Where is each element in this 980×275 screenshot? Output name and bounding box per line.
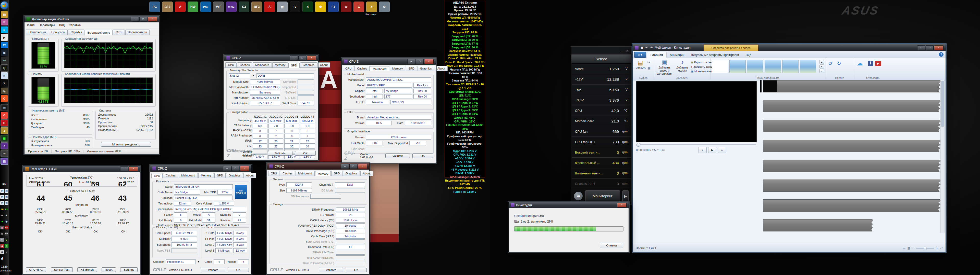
close-button[interactable]: ×	[424, 59, 434, 64]
tray-utorrent-icon[interactable]: µ	[5, 238, 8, 242]
reset-button[interactable]: Reset	[102, 267, 116, 272]
undo-icon[interactable]: ↶	[646, 46, 648, 49]
tray-gpu-temp[interactable]: 46	[0, 207, 4, 211]
tab-caches[interactable]: Caches	[355, 66, 369, 71]
maximize-button[interactable]: □	[416, 59, 424, 64]
taskbar-media-player[interactable]: ▶	[1, 34, 8, 41]
play-button[interactable]: ▶	[708, 147, 716, 153]
cut-icon[interactable]: ✂	[648, 60, 650, 64]
minimize-button[interactable]: –	[131, 17, 139, 22]
processor-select[interactable]: Processor #1	[166, 259, 196, 264]
tab-animations[interactable]: Анимации	[667, 52, 688, 58]
video-tools-contextual-tab[interactable]: Средства для работы с видео	[703, 44, 758, 51]
skydrive-cloud-icon[interactable]: ☁	[857, 60, 863, 67]
zoom-out-button[interactable]: −	[912, 246, 915, 250]
desktop-icon-star-game[interactable]: ★	[341, 2, 352, 12]
validate-button[interactable]: Validate	[201, 268, 225, 272]
close-button[interactable]: ×	[148, 17, 157, 22]
task-manager-titlebar[interactable]: Диспетчер задач Windows –□×	[24, 16, 159, 22]
taskbar-spring-tool[interactable]: ◎	[1, 88, 8, 94]
taskbar-movie-maker[interactable]: ▤	[1, 158, 8, 164]
tab-mainboard[interactable]: Mainboard	[179, 173, 197, 178]
storyboard-playhead[interactable]	[760, 80, 762, 92]
taskbar-paint[interactable]: P	[1, 19, 8, 25]
taskbar-explorer[interactable]: ▤	[1, 11, 8, 18]
tray-afterburner-icon[interactable]: ✈	[0, 213, 4, 217]
tab-view[interactable]: Вид	[742, 52, 755, 58]
taskbar-teamviewer[interactable]: TV	[1, 42, 8, 48]
taskbar-steam[interactable]: ◉	[1, 49, 8, 56]
validate-button[interactable]: Validate	[319, 268, 343, 272]
dialog-titlebar[interactable]: Киностудия ×	[509, 202, 628, 208]
close-button[interactable]: ×	[129, 166, 138, 171]
tray-clock-gadget-icon[interactable]: ◉	[0, 250, 4, 254]
close-button[interactable]: ×	[358, 164, 367, 169]
redo-icon[interactable]: ↷	[650, 46, 652, 49]
menu-help[interactable]: Справка	[68, 24, 81, 27]
cpuz-titlebar[interactable]: CPU-Z –□×	[342, 58, 436, 65]
desktop-icon-recycle-bin[interactable]: ♻	[379, 2, 390, 12]
tray-cpu-meter[interactable]: ◫	[0, 189, 4, 193]
storyboard-clip[interactable]	[763, 140, 941, 152]
theme-thumbnail[interactable]	[765, 60, 781, 73]
clock-date[interactable]: 25.02.2013	[0, 269, 9, 272]
paste-button[interactable]: ▤ Вставить	[634, 59, 646, 70]
storyboard-view-icon[interactable]: ▭	[903, 246, 905, 250]
tray-network-icon[interactable]: ▟	[0, 256, 4, 260]
cpuz-titlebar[interactable]: CPU-Z –□×	[224, 55, 318, 61]
clip-first-frame[interactable]	[763, 80, 777, 92]
tab-graphics[interactable]: Graphics	[300, 62, 317, 68]
seek-thumb[interactable]	[636, 143, 640, 147]
tab-memory[interactable]: Memory	[390, 66, 406, 71]
desktop-icon-nuclear[interactable]: ☢	[315, 2, 326, 12]
desktop-icon-world-of-tanks[interactable]: WT	[213, 2, 224, 12]
tab-graphics[interactable]: Graphics	[226, 173, 243, 178]
previous-frame-button[interactable]: «	[698, 147, 707, 153]
seek-slider[interactable]	[636, 144, 756, 145]
tray-cpu-temp[interactable]: 61	[5, 207, 8, 211]
desktop-icon-battlefield-3b[interactable]: BF3	[251, 2, 262, 12]
minimize-button[interactable]: –	[120, 166, 128, 171]
tray-keyboard-icon[interactable]: ▭	[0, 232, 4, 235]
movie-maker-titlebar[interactable]: ▣ ↶ ↷ Мой фильм - Киностудия –□×	[633, 44, 945, 51]
tab-performance[interactable]: Быстродействие	[85, 30, 113, 35]
gallery-down-arrow[interactable]: ▼	[819, 65, 824, 68]
taskbar-aida64[interactable]: AI	[1, 150, 8, 157]
storyboard-clip[interactable]	[763, 100, 941, 112]
tab-graphics[interactable]: Graphics	[417, 66, 434, 71]
validate-button[interactable]: Validate	[268, 151, 292, 156]
tray-ai-suite-icon[interactable]: AI	[0, 238, 4, 242]
maximize-button[interactable]: □	[298, 55, 306, 60]
gpu-temp-button[interactable]: GPU 46°C	[26, 267, 46, 272]
tab-cpu[interactable]: CPU	[343, 66, 354, 71]
tray-rivatuner-icon[interactable]: RP	[5, 232, 8, 235]
tray-cpu-meter[interactable]: ◫	[5, 195, 8, 199]
tray-cpu-meter[interactable]: ◫	[5, 201, 8, 205]
desktop-icon-battlefield-3[interactable]: BF3	[162, 2, 173, 12]
tab-spd[interactable]: SPD	[406, 66, 417, 71]
desktop-icon-gta-iv[interactable]: IV	[290, 2, 301, 12]
tab-about[interactable]: About	[435, 66, 448, 71]
cpuz-titlebar[interactable]: CPU-Z –□×	[150, 165, 251, 172]
storyboard-clip[interactable]	[763, 120, 941, 132]
add-videos-photos-button[interactable]: ▣ Добавить видео и фотографии	[655, 59, 674, 75]
fit-to-window-icon[interactable]: ⤢	[940, 247, 942, 250]
tray-update-icon[interactable]: ✔	[5, 244, 8, 248]
next-frame-button[interactable]: »	[718, 147, 726, 153]
monitoring-button[interactable]: Мониторинг	[585, 190, 620, 202]
storyboard-scrollbar[interactable]	[940, 80, 945, 233]
taskbar-mpc-hc[interactable]: 321	[1, 57, 8, 64]
minimize-button[interactable]: –	[223, 166, 231, 171]
taskbar-osk[interactable]: ▭	[1, 104, 8, 111]
taskbar-xsplit[interactable]: X	[1, 80, 8, 87]
taskbar-chrome[interactable]: C	[1, 112, 8, 119]
zoom-slider[interactable]	[916, 248, 934, 248]
close-button[interactable]: ×	[240, 166, 249, 171]
menu-options[interactable]: Параметры	[39, 24, 55, 27]
ok-button[interactable]: OK	[228, 268, 249, 272]
validate-button[interactable]: Validate	[385, 153, 410, 158]
taskbar-racing-game[interactable]: ▲	[1, 127, 8, 134]
settings-button[interactable]: Settings	[120, 267, 138, 272]
desktop-icon-crysis[interactable]: C3	[239, 2, 249, 12]
maximize-button[interactable]: □	[139, 17, 147, 22]
